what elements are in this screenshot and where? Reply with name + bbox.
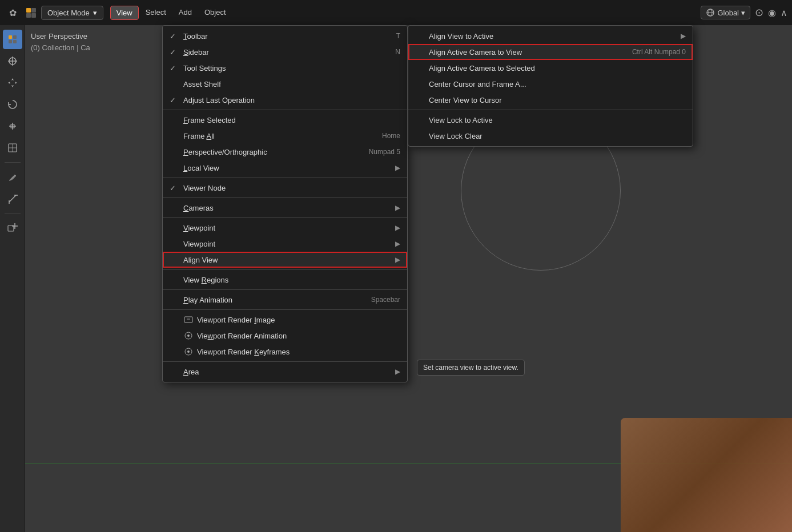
menu-add[interactable]: Add	[173, 6, 198, 20]
label-view-regions: View Regions	[183, 276, 400, 284]
svg-rect-7	[9, 35, 12, 39]
shortcut-frame-all: Home	[382, 132, 400, 140]
check-view-regions: ✓	[170, 276, 180, 284]
menu-item-align-view[interactable]: ✓ Align View ▶	[163, 252, 407, 268]
label-area: Area	[183, 368, 391, 376]
menu-item-viewpoint[interactable]: ✓ Viewpoint ▶	[163, 220, 407, 236]
menu-item-toolbar[interactable]: ✓ Toolbar T	[163, 28, 407, 44]
label-play-animation: Play Animation	[183, 296, 364, 304]
arrow-navigation: ▶	[395, 240, 400, 248]
add-object-btn[interactable]	[3, 218, 22, 237]
svg-rect-1	[26, 13, 31, 18]
menu-item-frame-all[interactable]: ✓ Frame All Home	[163, 128, 407, 144]
check-frame-all: ✓	[170, 132, 180, 140]
menu-item-tool-settings[interactable]: ✓ Tool Settings	[163, 60, 407, 76]
arrow-cameras: ▶	[395, 204, 400, 212]
check-vp-render-animation: ✓	[170, 332, 180, 340]
menu-item-vp-render-animation[interactable]: ✓ Viewport Render Animation	[163, 328, 407, 344]
mode-selector[interactable]: Object Mode ▾	[41, 6, 103, 20]
check-local-view: ✓	[170, 164, 180, 172]
label-view-lock-clear: View Lock Clear	[429, 132, 686, 140]
global-selector[interactable]: Global ▾	[701, 6, 750, 19]
global-label: Global	[717, 9, 739, 17]
label-vp-render-image: Viewport Render Image	[197, 316, 400, 324]
check-area: ✓	[170, 368, 180, 376]
menu-item-center-cursor-frame[interactable]: ✓ Center Cursor and Frame A...	[408, 76, 693, 92]
menu-item-play-animation[interactable]: ✓ Play Animation Spacebar	[163, 292, 407, 308]
label-tool-settings: Tool Settings	[183, 64, 393, 72]
check-center-cursor-frame: ✓	[415, 80, 425, 88]
cursor-tool-btn[interactable]	[3, 51, 22, 71]
left-toolbar	[0, 25, 25, 532]
label-viewpoint: Viewpoint	[183, 224, 391, 232]
shading-btn[interactable]: ◉	[768, 7, 776, 18]
menu-item-asset-shelf[interactable]: ✓ Asset Shelf	[163, 76, 407, 92]
menu-item-sidebar[interactable]: ✓ Sidebar N	[163, 44, 407, 60]
shortcut-toolbar: T	[396, 32, 400, 40]
annotate-tool-btn[interactable]	[3, 167, 22, 187]
menu-item-center-view-cursor[interactable]: ✓ Center View to Cursor	[408, 92, 693, 108]
check-perspective: ✓	[170, 148, 180, 156]
svg-point-31	[187, 350, 190, 353]
shortcut-play-animation: Spacebar	[371, 296, 400, 304]
separator-8	[163, 361, 407, 362]
menu-item-align-camera-to-view[interactable]: ✓ Align Active Camera to View Ctrl Alt N…	[408, 44, 693, 60]
select-tool-btn[interactable]	[3, 30, 22, 49]
rotate-tool-btn[interactable]	[3, 95, 22, 114]
tooltip: Set camera view to active view.	[417, 360, 525, 376]
check-sidebar: ✓	[170, 48, 180, 57]
check-toolbar: ✓	[170, 32, 180, 41]
svg-rect-8	[13, 35, 17, 39]
check-navigation: ✓	[170, 240, 180, 248]
check-viewpoint: ✓	[170, 224, 180, 232]
menu-item-navigation[interactable]: ✓ Viewpoint ▶	[163, 236, 407, 252]
align-separator	[408, 110, 693, 110]
menu-item-align-camera-selected[interactable]: ✓ Align Active Camera to Selected	[408, 60, 693, 76]
top-bar: ✿ Object Mode ▾ View Select Add Object G…	[0, 0, 792, 25]
overlay-btn[interactable]: ⊙	[755, 6, 763, 19]
menu-item-frame-selected[interactable]: ✓ Frame Selected	[163, 112, 407, 128]
arrow-area: ▶	[395, 368, 400, 376]
check-frame-selected: ✓	[170, 116, 180, 124]
check-vp-render-image: ✓	[170, 316, 180, 324]
label-align-to-active: Align View to Active	[429, 32, 676, 41]
menu-item-adjust-last[interactable]: ✓ Adjust Last Operation	[163, 92, 407, 108]
menu-item-view-lock-clear[interactable]: ✓ View Lock Clear	[408, 128, 693, 144]
menu-item-area[interactable]: ✓ Area ▶	[163, 364, 407, 380]
separator-1	[163, 110, 407, 110]
svg-rect-0	[26, 8, 31, 13]
menu-item-view-lock-active[interactable]: ✓ View Lock to Active	[408, 112, 693, 128]
menu-item-cameras[interactable]: ✓ Cameras ▶	[163, 200, 407, 216]
blender-icon: ✿	[5, 5, 21, 21]
menu-item-perspective[interactable]: ✓ Perspective/Orthographic Numpad 5	[163, 144, 407, 160]
svg-line-20	[9, 195, 16, 202]
viewport-info: User Perspective (0) Collection | Ca	[31, 31, 90, 53]
menu-item-vp-render-image[interactable]: ✓ Viewport Render Image	[163, 312, 407, 328]
measure-tool-btn[interactable]	[3, 189, 22, 208]
shortcut-perspective: Numpad 5	[369, 148, 400, 156]
label-vp-render-keyframes: Viewport Render Keyframes	[197, 348, 400, 356]
viewport-object	[621, 418, 792, 532]
check-viewer-node: ✓	[170, 184, 180, 192]
check-asset-shelf: ✓	[170, 80, 180, 88]
menu-item-align-to-active[interactable]: ✓ Align View to Active ▶	[408, 28, 693, 44]
icon-vp-render-animation	[183, 331, 194, 341]
menu-item-view-regions[interactable]: ✓ View Regions	[163, 272, 407, 288]
menu-view[interactable]: View	[110, 6, 139, 20]
check-view-lock-active: ✓	[415, 116, 425, 124]
transform-tool-btn[interactable]	[3, 138, 22, 158]
menu-select[interactable]: Select	[140, 6, 172, 20]
label-view-lock-active: View Lock to Active	[429, 116, 686, 124]
menu-object[interactable]: Object	[199, 6, 232, 20]
check-center-view-cursor: ✓	[415, 96, 425, 104]
label-perspective: Perspective/Orthographic	[183, 148, 362, 156]
menu-item-viewer-node[interactable]: ✓ Viewer Node	[163, 180, 407, 196]
label-adjust-last: Adjust Last Operation	[183, 96, 400, 104]
extra-btn[interactable]: ∧	[781, 7, 787, 18]
tooltip-text: Set camera view to active view.	[423, 364, 518, 372]
menu-item-vp-render-keyframes[interactable]: ✓ Viewport Render Keyframes	[163, 344, 407, 360]
move-tool-btn[interactable]	[3, 73, 22, 92]
menu-item-local-view[interactable]: ✓ Local View ▶	[163, 160, 407, 176]
check-vp-render-keyframes: ✓	[170, 348, 180, 356]
scale-tool-btn[interactable]	[3, 116, 22, 136]
